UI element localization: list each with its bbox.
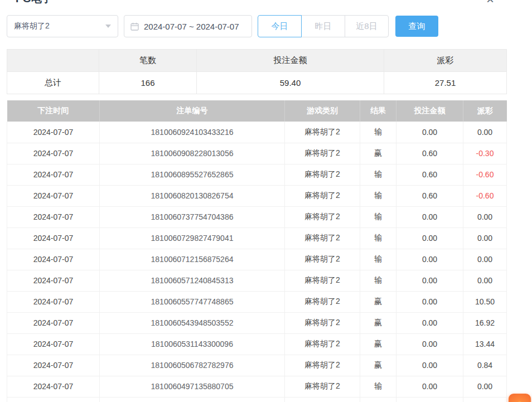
cell-bet-amount: 0.00	[396, 333, 463, 355]
cell-result: 赢	[360, 355, 396, 376]
header-bet-time: 下注时间	[7, 100, 100, 122]
cell-result: 输	[360, 249, 396, 270]
cell-game-type: 麻将胡了2	[285, 376, 360, 397]
cell-payout: 0.00	[463, 249, 507, 270]
cell-bet-time: 2024-07-07	[7, 312, 100, 333]
cell-result: 赢	[360, 312, 396, 333]
table-header-row: 下注时间 注单编号 游戏类别 结果 投注金额 派彩	[7, 100, 507, 122]
cell-order-no: 1810060908228013056	[100, 143, 285, 164]
quick-range-8days-button[interactable]: 近8日	[345, 15, 389, 37]
cell-order-no: 1810060531143300096	[100, 333, 285, 355]
cell-bet-time: 2024-07-07	[7, 333, 100, 355]
cell-order-no: 1810060712156875264	[100, 249, 285, 270]
summary-header-blank	[7, 50, 99, 72]
cell-order-no: 1810060543948503552	[100, 312, 285, 333]
cell-result: 输	[360, 206, 396, 227]
cell-game-type: 麻将胡了2	[285, 122, 360, 143]
cell-bet-amount: 0.00	[396, 312, 463, 333]
cell-game-type: 麻将胡了2	[285, 270, 360, 291]
cell-payout: 13.44	[463, 333, 507, 355]
table-row: 2024-07-07 1810060557747748865 麻将胡了2 赢 0…	[7, 291, 507, 312]
close-icon[interactable]: ×	[486, 0, 495, 6]
cell-bet-amount: 0.00	[396, 270, 463, 291]
cell-bet-time: 2024-07-07	[7, 355, 100, 376]
cell-bet-time: 2024-07-07	[7, 249, 100, 270]
cell-result: 赢	[360, 291, 396, 312]
bet-records-dialog: { "page": { "title": "PG电子", "close_glyp…	[0, 0, 532, 402]
cell-bet-amount: 0.00	[396, 227, 463, 249]
summary-total-label: 总计	[7, 72, 99, 94]
cell-bet-amount: 0.60	[396, 164, 463, 185]
cell-payout: -0.60	[463, 164, 507, 185]
summary-header-row: 笔数 投注金额 派彩	[7, 50, 507, 72]
cell-result: 输	[360, 376, 396, 397]
cell-game-type: 麻将胡了2	[285, 227, 360, 249]
table-row: 2024-07-07 1810060497135880705 麻将胡了2 输 0…	[7, 376, 507, 397]
table-row: 2024-07-07 1810060895527652865 麻将胡了2 输 0…	[7, 164, 507, 185]
cell-payout: 0.84	[463, 355, 507, 376]
cell-game-type: 麻将胡了2	[285, 185, 360, 206]
header-bet-amount: 投注金额	[396, 100, 463, 122]
date-range-picker[interactable]: 2024-07-07 ~ 2024-07-07	[124, 15, 252, 37]
cell-payout: 0.00	[463, 206, 507, 227]
table-row: 2024-07-07 1810060712156875264 麻将胡了2 输 0…	[7, 249, 507, 270]
quick-range-today-button[interactable]: 今日	[258, 15, 302, 37]
cell-game-type: 麻将胡了2	[285, 291, 360, 312]
page-title: PG电子	[16, 0, 52, 6]
cell-result: 输	[360, 185, 396, 206]
header-order-no: 注单编号	[100, 100, 285, 122]
cell-result: 赢	[360, 333, 396, 355]
cell-order-no: 1810060924103433216	[100, 122, 285, 143]
game-select[interactable]: 麻将胡了2	[7, 15, 118, 37]
date-range-value: 2024-07-07 ~ 2024-07-07	[144, 22, 239, 31]
cell-bet-amount: 0.00	[396, 355, 463, 376]
table-row: 2024-07-07 1810060820130826754 麻将胡了2 输 0…	[7, 185, 507, 206]
cell-bet-amount: 0.00	[396, 122, 463, 143]
cell-order-no: 1810060497135880705	[100, 376, 285, 397]
cell-game-type: 麻将胡了2	[285, 249, 360, 270]
cell-bet-time: 2024-07-07	[7, 143, 100, 164]
cell-result: 输	[360, 270, 396, 291]
cell-result: 输	[360, 122, 396, 143]
cell-game-type: 麻将胡了2	[285, 355, 360, 376]
summary-table: 笔数 投注金额 派彩 总计 166 59.40 27.51	[7, 49, 507, 94]
promo-float-icon[interactable]	[509, 394, 531, 402]
cell-payout: 0.00	[463, 270, 507, 291]
header-result: 结果	[360, 100, 396, 122]
cell-bet-time: 2024-07-07	[7, 376, 100, 397]
cell-bet-time: 2024-07-07	[7, 206, 100, 227]
cell-order-no: 1810060729827479041	[100, 227, 285, 249]
filter-bar: 麻将胡了2 2024-07-07 ~ 2024-07-07 今日 昨日 近8日 …	[7, 15, 438, 37]
cell-bet-amount: 0.60	[396, 143, 463, 164]
header-game-type: 游戏类别	[285, 100, 360, 122]
cell-payout: 16.92	[463, 312, 507, 333]
cell-payout: 10.50	[463, 291, 507, 312]
cell-game-type: 麻将胡了2	[285, 312, 360, 333]
table-row-partial	[7, 397, 507, 402]
table-row: 2024-07-07 1810060924103433216 麻将胡了2 输 0…	[7, 122, 507, 143]
cell-order-no: 1810060557747748865	[100, 291, 285, 312]
search-button[interactable]: 查询	[395, 16, 438, 37]
cell-bet-amount: 0.00	[396, 376, 463, 397]
calendar-icon	[130, 22, 139, 31]
cell-order-no: 1810060571240845313	[100, 270, 285, 291]
cell-game-type: 麻将胡了2	[285, 206, 360, 227]
cell-order-no: 1810060506782782976	[100, 355, 285, 376]
summary-header-bet-amount: 投注金额	[197, 50, 384, 72]
cell-result: 输	[360, 227, 396, 249]
table-row: 2024-07-07 1810060531143300096 麻将胡了2 赢 0…	[7, 333, 507, 355]
bet-records-table: 下注时间 注单编号 游戏类别 结果 投注金额 派彩 2024-07-07 181…	[7, 100, 507, 402]
cell-bet-time: 2024-07-07	[7, 122, 100, 143]
cell-bet-amount: 0.00	[396, 249, 463, 270]
bet-table-body: 2024-07-07 1810060924103433216 麻将胡了2 输 0…	[7, 122, 507, 397]
cell-bet-time: 2024-07-07	[7, 185, 100, 206]
cell-payout: -0.60	[463, 185, 507, 206]
quick-range-group: 今日 昨日 近8日	[258, 15, 389, 37]
cell-order-no: 1810060737754704386	[100, 206, 285, 227]
cell-order-no: 1810060820130826754	[100, 185, 285, 206]
cell-bet-amount: 0.00	[396, 291, 463, 312]
cell-result: 输	[360, 164, 396, 185]
table-row: 2024-07-07 1810060908228013056 麻将胡了2 赢 0…	[7, 143, 507, 164]
quick-range-yesterday-button[interactable]: 昨日	[301, 15, 345, 37]
cell-payout: 0.00	[463, 227, 507, 249]
